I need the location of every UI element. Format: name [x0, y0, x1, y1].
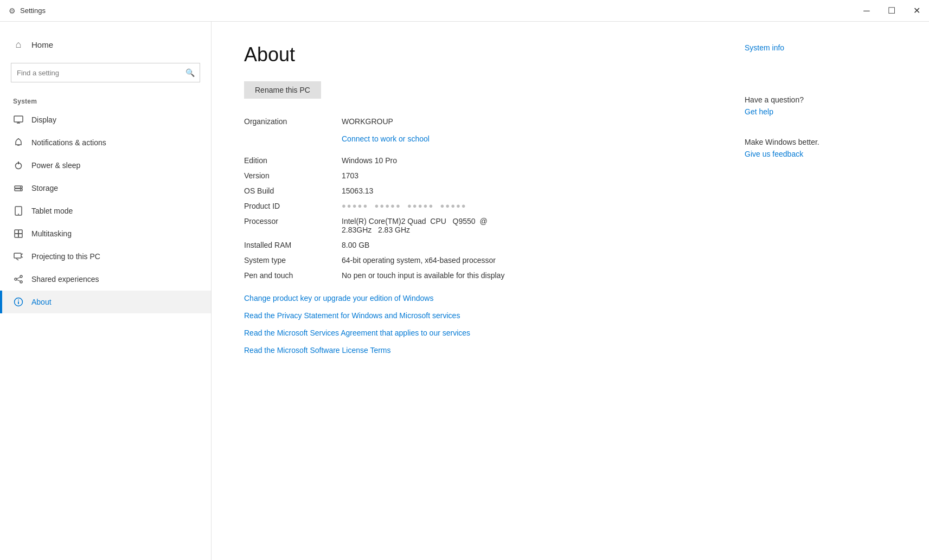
sidebar-item-multitasking[interactable]: Multitasking: [0, 222, 211, 245]
ram-value: 8.00 GB: [342, 241, 712, 249]
systemtype-value: 64-bit operating system, x64-based proce…: [342, 256, 712, 265]
tablet-icon: [13, 205, 24, 216]
sidebar-item-projecting[interactable]: Projecting to this PC: [0, 245, 211, 268]
rename-pc-button[interactable]: Rename this PC: [244, 81, 321, 99]
svg-rect-15: [15, 234, 18, 237]
storage-icon: [13, 183, 24, 194]
display-label: Display: [31, 115, 56, 124]
multitasking-label: Multitasking: [31, 229, 72, 238]
right-panel: System info Have a question? Get help Ma…: [745, 43, 896, 538]
info-row-pentouch: Pen and touch No pen or touch input is a…: [244, 268, 712, 283]
app-body: ⌂ Home 🔍 System Display Notifications & …: [0, 22, 929, 560]
search-icon: 🔍: [180, 63, 200, 82]
connect-work-school-link[interactable]: Connect to work or school: [342, 134, 430, 143]
info-row-version: Version 1703: [244, 168, 712, 183]
processor-value: Intel(R) Core(TM)2 Quad CPU Q9550 @2.83G…: [342, 217, 712, 234]
info-row-productid: Product ID ●●●●● ●●●●● ●●●●● ●●●●●: [244, 198, 712, 214]
change-product-key-link[interactable]: Change product key or upgrade your editi…: [244, 294, 712, 302]
svg-point-10: [20, 189, 21, 190]
main-content: About Rename this PC Organization WORKGR…: [212, 22, 929, 560]
version-label: Version: [244, 171, 342, 180]
osbuild-label: OS Build: [244, 186, 342, 195]
sidebar-item-storage[interactable]: Storage: [0, 177, 211, 199]
storage-label: Storage: [31, 184, 58, 192]
info-row-processor: Processor Intel(R) Core(TM)2 Quad CPU Q9…: [244, 214, 712, 237]
shared-icon: [13, 274, 24, 285]
search-box[interactable]: 🔍: [11, 63, 200, 82]
sidebar-item-about[interactable]: About: [0, 291, 211, 313]
services-agreement-link[interactable]: Read the Microsoft Services Agreement th…: [244, 329, 712, 337]
sidebar-item-power[interactable]: Power & sleep: [0, 154, 211, 177]
license-terms-link[interactable]: Read the Microsoft Software License Term…: [244, 346, 712, 355]
svg-line-25: [17, 280, 20, 281]
content-left: About Rename this PC Organization WORKGR…: [244, 43, 712, 538]
power-icon: [13, 160, 24, 171]
info-table: Organization WORKGROUP Connect to work o…: [244, 114, 712, 283]
title-bar-controls: ─ ☐ ✕: [854, 0, 929, 22]
home-label: Home: [31, 40, 53, 49]
about-label: About: [31, 298, 52, 306]
info-row-ram: Installed RAM 8.00 GB: [244, 237, 712, 253]
right-panel-feedback-section: Make Windows better. Give us feedback: [745, 138, 896, 158]
close-button[interactable]: ✕: [904, 0, 929, 22]
svg-point-12: [18, 214, 19, 215]
notifications-label: Notifications & actions: [31, 138, 106, 147]
svg-rect-17: [14, 253, 21, 258]
pentouch-value: No pen or touch input is available for t…: [342, 271, 712, 280]
sidebar-item-display[interactable]: Display: [0, 108, 211, 131]
sidebar-home[interactable]: ⌂ Home: [0, 33, 211, 56]
sidebar-item-notifications[interactable]: Notifications & actions: [0, 131, 211, 154]
info-row-edition: Edition Windows 10 Pro: [244, 153, 712, 168]
version-value: 1703: [342, 171, 712, 180]
svg-point-22: [15, 278, 17, 280]
svg-point-4: [18, 138, 19, 139]
osbuild-value: 15063.13: [342, 186, 712, 195]
sidebar-item-shared[interactable]: Shared experiences: [0, 268, 211, 291]
right-panel-help-section: Have a question? Get help: [745, 95, 896, 116]
title-bar: ⚙ Settings ─ ☐ ✕: [0, 0, 929, 22]
svg-rect-13: [15, 230, 18, 234]
sidebar-section-label: System: [0, 93, 211, 108]
svg-line-24: [17, 278, 20, 279]
window-title: Settings: [20, 7, 46, 15]
projecting-label: Projecting to this PC: [31, 252, 100, 261]
shared-label: Shared experiences: [31, 275, 99, 284]
sidebar-item-tablet[interactable]: Tablet mode: [0, 199, 211, 222]
processor-label: Processor: [244, 217, 342, 226]
page-title: About: [244, 43, 712, 66]
svg-point-28: [18, 300, 19, 301]
minimize-button[interactable]: ─: [854, 0, 879, 22]
get-help-link[interactable]: Get help: [745, 107, 896, 116]
connect-row: Connect to work or school: [244, 129, 712, 153]
power-label: Power & sleep: [31, 161, 80, 170]
settings-window: ⚙ Settings ─ ☐ ✕ ⌂ Home 🔍 System: [0, 0, 929, 560]
org-label: Organization: [244, 117, 342, 126]
productid-label: Product ID: [244, 202, 342, 210]
sidebar: ⌂ Home 🔍 System Display Notifications & …: [0, 22, 212, 560]
display-icon: [13, 114, 24, 125]
info-row-organization: Organization WORKGROUP: [244, 114, 712, 129]
svg-rect-0: [14, 116, 23, 122]
svg-rect-16: [18, 234, 22, 237]
search-input[interactable]: [11, 69, 180, 77]
maximize-button[interactable]: ☐: [879, 0, 904, 22]
ram-label: Installed RAM: [244, 241, 342, 249]
systemtype-label: System type: [244, 256, 342, 265]
give-feedback-link[interactable]: Give us feedback: [745, 150, 896, 158]
svg-point-21: [20, 275, 22, 278]
system-info-link[interactable]: System info: [745, 43, 896, 52]
bottom-links: Change product key or upgrade your editi…: [244, 294, 712, 355]
title-bar-left: ⚙ Settings: [9, 7, 46, 15]
svg-point-23: [20, 281, 22, 283]
multitasking-icon: [13, 228, 24, 239]
privacy-statement-link[interactable]: Read the Privacy Statement for Windows a…: [244, 311, 712, 320]
projecting-icon: [13, 251, 24, 262]
edition-value: Windows 10 Pro: [342, 156, 712, 165]
have-question-text: Have a question?: [745, 95, 896, 104]
svg-rect-14: [18, 230, 22, 234]
about-icon: [13, 297, 24, 307]
svg-line-20: [16, 259, 18, 260]
home-icon: ⌂: [13, 39, 24, 50]
edition-label: Edition: [244, 156, 342, 165]
tablet-label: Tablet mode: [31, 207, 73, 215]
